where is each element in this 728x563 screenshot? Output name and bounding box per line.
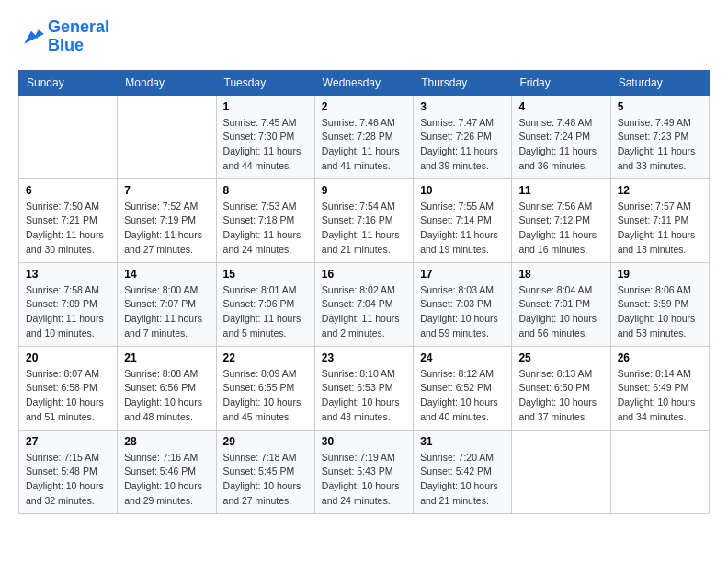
calendar-week-3: 13Sunrise: 7:58 AMSunset: 7:09 PMDayligh… — [19, 262, 710, 346]
day-number: 25 — [518, 351, 603, 364]
day-number: 8 — [223, 184, 308, 197]
day-number: 4 — [518, 100, 603, 113]
calendar-cell: 2Sunrise: 7:46 AMSunset: 7:28 PMDaylight… — [314, 95, 413, 178]
calendar-cell: 10Sunrise: 7:55 AMSunset: 7:14 PMDayligh… — [414, 178, 512, 262]
day-number: 31 — [420, 435, 505, 448]
day-detail: Sunrise: 7:58 AMSunset: 7:09 PMDaylight:… — [26, 283, 110, 341]
day-detail: Sunrise: 7:15 AMSunset: 5:48 PMDaylight:… — [26, 451, 110, 509]
weekday-header-wednesday: Wednesday — [314, 70, 413, 95]
day-number: 23 — [322, 351, 406, 364]
day-detail: Sunrise: 7:56 AMSunset: 7:12 PMDaylight:… — [518, 200, 603, 258]
day-number: 7 — [124, 184, 209, 197]
day-number: 16 — [322, 268, 406, 281]
page-header: General Blue — [18, 18, 710, 55]
day-detail: Sunrise: 7:52 AMSunset: 7:19 PMDaylight:… — [124, 200, 209, 258]
calendar-cell: 5Sunrise: 7:49 AMSunset: 7:23 PMDaylight… — [610, 95, 709, 178]
day-number: 18 — [518, 268, 603, 281]
day-detail: Sunrise: 7:46 AMSunset: 7:28 PMDaylight:… — [322, 116, 406, 174]
calendar-week-5: 27Sunrise: 7:15 AMSunset: 5:48 PMDayligh… — [19, 430, 710, 513]
calendar-cell — [512, 430, 610, 513]
day-number: 21 — [124, 351, 209, 364]
day-number: 11 — [518, 184, 603, 197]
day-detail: Sunrise: 7:57 AMSunset: 7:11 PMDaylight:… — [618, 200, 702, 258]
day-detail: Sunrise: 7:54 AMSunset: 7:16 PMDaylight:… — [322, 200, 406, 258]
day-number: 19 — [618, 268, 702, 281]
calendar-cell: 30Sunrise: 7:19 AMSunset: 5:43 PMDayligh… — [314, 430, 413, 513]
day-number: 10 — [420, 184, 505, 197]
day-number: 17 — [420, 268, 505, 281]
calendar-cell: 18Sunrise: 8:04 AMSunset: 7:01 PMDayligh… — [512, 262, 610, 346]
calendar-cell: 26Sunrise: 8:14 AMSunset: 6:49 PMDayligh… — [610, 346, 709, 430]
calendar-week-2: 6Sunrise: 7:50 AMSunset: 7:21 PMDaylight… — [19, 178, 710, 262]
day-detail: Sunrise: 7:19 AMSunset: 5:43 PMDaylight:… — [322, 451, 406, 509]
day-detail: Sunrise: 8:14 AMSunset: 6:49 PMDaylight:… — [618, 367, 702, 425]
day-detail: Sunrise: 8:06 AMSunset: 6:59 PMDaylight:… — [618, 283, 702, 341]
day-detail: Sunrise: 8:10 AMSunset: 6:53 PMDaylight:… — [322, 367, 406, 425]
weekday-header-thursday: Thursday — [414, 70, 512, 95]
day-number: 27 — [26, 435, 110, 448]
day-detail: Sunrise: 8:08 AMSunset: 6:56 PMDaylight:… — [124, 367, 209, 425]
day-detail: Sunrise: 7:18 AMSunset: 5:45 PMDaylight:… — [223, 451, 308, 509]
calendar-cell: 8Sunrise: 7:53 AMSunset: 7:18 PMDaylight… — [216, 178, 314, 262]
calendar-cell: 23Sunrise: 8:10 AMSunset: 6:53 PMDayligh… — [314, 346, 413, 430]
day-detail: Sunrise: 7:20 AMSunset: 5:42 PMDaylight:… — [420, 451, 505, 509]
calendar-week-1: 1Sunrise: 7:45 AMSunset: 7:30 PMDaylight… — [19, 95, 710, 178]
day-number: 6 — [26, 184, 110, 197]
calendar-cell: 9Sunrise: 7:54 AMSunset: 7:16 PMDaylight… — [314, 178, 413, 262]
weekday-header-friday: Friday — [512, 70, 610, 95]
calendar-cell: 17Sunrise: 8:03 AMSunset: 7:03 PMDayligh… — [414, 262, 512, 346]
weekday-header-monday: Monday — [118, 70, 216, 95]
day-detail: Sunrise: 7:47 AMSunset: 7:26 PMDaylight:… — [420, 116, 505, 174]
day-detail: Sunrise: 7:49 AMSunset: 7:23 PMDaylight:… — [618, 116, 702, 174]
day-number: 28 — [124, 435, 209, 448]
day-number: 29 — [223, 435, 308, 448]
day-detail: Sunrise: 7:16 AMSunset: 5:46 PMDaylight:… — [124, 451, 209, 509]
day-number: 24 — [420, 351, 505, 364]
day-detail: Sunrise: 8:09 AMSunset: 6:55 PMDaylight:… — [223, 367, 308, 425]
day-number: 30 — [322, 435, 406, 448]
day-detail: Sunrise: 8:01 AMSunset: 7:06 PMDaylight:… — [223, 283, 308, 341]
day-number: 26 — [618, 351, 702, 364]
day-number: 22 — [223, 351, 308, 364]
calendar-cell: 19Sunrise: 8:06 AMSunset: 6:59 PMDayligh… — [610, 262, 709, 346]
calendar-table: SundayMondayTuesdayWednesdayThursdayFrid… — [18, 70, 710, 514]
day-detail: Sunrise: 8:03 AMSunset: 7:03 PMDaylight:… — [420, 283, 505, 341]
calendar-cell: 31Sunrise: 7:20 AMSunset: 5:42 PMDayligh… — [414, 430, 512, 513]
calendar-cell: 28Sunrise: 7:16 AMSunset: 5:46 PMDayligh… — [118, 430, 216, 513]
calendar-cell: 11Sunrise: 7:56 AMSunset: 7:12 PMDayligh… — [512, 178, 610, 262]
day-number: 1 — [223, 100, 308, 113]
day-detail: Sunrise: 7:55 AMSunset: 7:14 PMDaylight:… — [420, 200, 505, 258]
calendar-cell: 25Sunrise: 8:13 AMSunset: 6:50 PMDayligh… — [512, 346, 610, 430]
day-number: 2 — [322, 100, 406, 113]
day-number: 20 — [26, 351, 110, 364]
day-detail: Sunrise: 8:12 AMSunset: 6:52 PMDaylight:… — [420, 367, 505, 425]
calendar-cell: 7Sunrise: 7:52 AMSunset: 7:19 PMDaylight… — [118, 178, 216, 262]
calendar-cell: 24Sunrise: 8:12 AMSunset: 6:52 PMDayligh… — [414, 346, 512, 430]
calendar-cell: 20Sunrise: 8:07 AMSunset: 6:58 PMDayligh… — [19, 346, 118, 430]
calendar-cell: 6Sunrise: 7:50 AMSunset: 7:21 PMDaylight… — [19, 178, 118, 262]
calendar-cell: 29Sunrise: 7:18 AMSunset: 5:45 PMDayligh… — [216, 430, 314, 513]
day-detail: Sunrise: 7:50 AMSunset: 7:21 PMDaylight:… — [26, 200, 110, 258]
day-detail: Sunrise: 8:13 AMSunset: 6:50 PMDaylight:… — [518, 367, 603, 425]
weekday-header-sunday: Sunday — [19, 70, 118, 95]
day-detail: Sunrise: 8:07 AMSunset: 6:58 PMDaylight:… — [26, 367, 110, 425]
calendar-cell: 14Sunrise: 8:00 AMSunset: 7:07 PMDayligh… — [118, 262, 216, 346]
day-detail: Sunrise: 8:02 AMSunset: 7:04 PMDaylight:… — [322, 283, 406, 341]
calendar-cell: 3Sunrise: 7:47 AMSunset: 7:26 PMDaylight… — [414, 95, 512, 178]
calendar-cell: 1Sunrise: 7:45 AMSunset: 7:30 PMDaylight… — [216, 95, 314, 178]
calendar-cell: 13Sunrise: 7:58 AMSunset: 7:09 PMDayligh… — [19, 262, 118, 346]
day-detail: Sunrise: 8:00 AMSunset: 7:07 PMDaylight:… — [124, 283, 209, 341]
day-number: 13 — [26, 268, 110, 281]
calendar-cell — [19, 95, 118, 178]
day-number: 14 — [124, 268, 209, 281]
day-detail: Sunrise: 7:53 AMSunset: 7:18 PMDaylight:… — [223, 200, 308, 258]
calendar-cell: 4Sunrise: 7:48 AMSunset: 7:24 PMDaylight… — [512, 95, 610, 178]
calendar-cell: 15Sunrise: 8:01 AMSunset: 7:06 PMDayligh… — [216, 262, 314, 346]
calendar-cell: 21Sunrise: 8:08 AMSunset: 6:56 PMDayligh… — [118, 346, 216, 430]
day-number: 9 — [322, 184, 406, 197]
weekday-header-row: SundayMondayTuesdayWednesdayThursdayFrid… — [19, 70, 710, 95]
weekday-header-saturday: Saturday — [610, 70, 709, 95]
day-detail: Sunrise: 7:45 AMSunset: 7:30 PMDaylight:… — [223, 116, 308, 174]
day-detail: Sunrise: 7:48 AMSunset: 7:24 PMDaylight:… — [518, 116, 603, 174]
weekday-header-tuesday: Tuesday — [216, 70, 314, 95]
